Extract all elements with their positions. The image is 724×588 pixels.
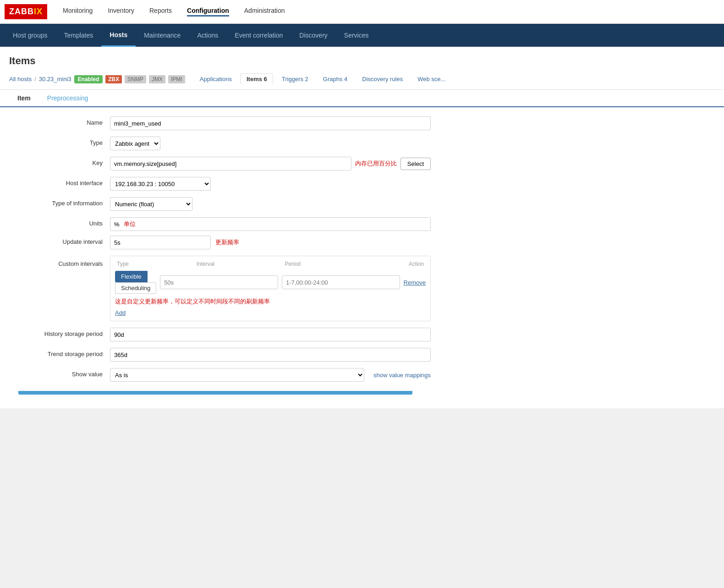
ci-row-1: FlexibleScheduling Remove [115,271,426,294]
key-select-button[interactable]: Select [400,158,431,170]
units-input[interactable] [110,217,431,231]
units-label: Units [18,217,110,227]
type-select[interactable]: Zabbix agent [110,137,160,150]
show-value-mappings-link[interactable]: show value mappings [373,372,431,379]
custom-intervals-row: Custom intervals Type Interval Period Ac… [18,256,706,321]
units-row: Units 单位 [18,217,706,229]
typeofinfo-row: Type of information Numeric (float) [18,197,706,211]
ci-col-period: Period [285,261,409,267]
key-row: Key 内存已用百分比 Select [18,157,706,170]
custom-intervals-control: Type Interval Period Action FlexibleSche… [110,256,431,321]
ci-col-type: Type [117,261,197,267]
typeofinfo-control: Numeric (float) [110,197,431,211]
breadcrumb-hostname[interactable]: 30.23_mini3 [39,76,71,82]
subnav-actions[interactable]: Actions [189,24,226,47]
subnav-hostgroups[interactable]: Host groups [5,24,55,47]
host-tab-graphs[interactable]: Graphs 4 [317,73,353,85]
host-interface-control: 192.168.30.23 : 10050 [110,177,431,191]
trend-storage-input[interactable] [110,348,431,362]
custom-intervals-label: Custom intervals [18,256,110,267]
key-label: Key [18,157,110,166]
show-value-control: As is show value mappings [110,368,431,382]
trend-storage-control [110,348,431,362]
bottom-teal-bar [18,391,412,395]
breadcrumb-allhosts[interactable]: All hosts [9,76,32,82]
ci-interval-input[interactable] [160,275,278,289]
top-nav-links: Monitoring Inventory Reports Configurati… [56,4,291,19]
trend-storage-label: Trend storage period [18,348,110,357]
badge-snmp: SNMP [125,75,146,83]
update-interval-row: Update interval 更新频率 [18,236,706,249]
update-interval-label: Update interval [18,236,110,245]
subnav-eventcorrelation[interactable]: Event correlation [226,24,291,47]
history-storage-control [110,328,431,341]
ci-period-input[interactable] [282,275,400,289]
key-annotation: 内存已用百分比 [355,159,397,168]
name-control [110,116,431,130]
tab-preprocessing[interactable]: Preprocessing [39,90,97,107]
subnav-hosts[interactable]: Hosts [101,24,136,47]
name-row: Name [18,116,706,130]
name-input[interactable] [110,116,431,130]
type-control: Zabbix agent [110,137,431,150]
ci-col-action: Action [409,261,424,267]
ci-header: Type Interval Period Action [115,261,426,267]
nav-reports[interactable]: Reports [143,4,178,19]
badge-ipmi: IPMI [168,75,185,83]
ci-annotation: 这是自定义更新频率，可以定义不同时间段不同的刷新频率 [115,297,426,306]
show-value-label: Show value [18,368,110,378]
item-tabs: Item Preprocessing [0,90,724,107]
typeofinfo-select[interactable]: Numeric (float) [110,197,192,211]
badge-zbx: ZBX [105,75,122,83]
trend-storage-row: Trend storage period [18,348,706,362]
status-badge-enabled: Enabled [74,75,103,83]
form-area: Name Type Zabbix agent Key 内存已用百分比 Selec… [0,107,724,408]
logo: ZABBIX [5,4,47,19]
history-storage-row: History storage period [18,328,706,341]
units-control: 单位 [110,217,431,229]
host-tab-triggers[interactable]: Triggers 2 [276,73,314,85]
subnav-discovery[interactable]: Discovery [291,24,335,47]
host-tab-applications[interactable]: Applications [194,73,238,85]
ci-col-interval: Interval [197,261,285,267]
subnav-templates[interactable]: Templates [55,24,101,47]
host-interface-select[interactable]: 192.168.30.23 : 10050 [110,177,211,191]
host-interface-label: Host interface [18,177,110,187]
btn-scheduling[interactable]: Scheduling [115,282,156,294]
history-storage-input[interactable] [110,328,431,341]
page-title-area: Items All hosts / 30.23_mini3 Enabled ZB… [0,47,724,90]
badge-jmx: JMX [149,75,165,83]
nav-monitoring[interactable]: Monitoring [56,4,99,19]
type-label: Type [18,137,110,146]
host-tab-websce[interactable]: Web sce... [411,73,451,85]
show-value-select[interactable]: As is [110,368,364,382]
nav-inventory[interactable]: Inventory [101,4,141,19]
ci-add-link[interactable]: Add [115,309,126,316]
btn-flexible[interactable]: Flexible [115,271,148,282]
key-input[interactable] [110,157,351,170]
tab-item[interactable]: Item [9,90,39,107]
update-interval-annotation: 更新频率 [215,238,239,247]
ci-remove-link[interactable]: Remove [404,279,426,286]
page-title: Items [9,55,715,67]
type-row: Type Zabbix agent [18,137,706,150]
typeofinfo-label: Type of information [18,197,110,207]
nav-configuration[interactable]: Configuration [181,4,236,19]
key-control: 内存已用百分比 Select [110,157,431,170]
subnav-services[interactable]: Services [336,24,377,47]
breadcrumb-bar: All hosts / 30.23_mini3 Enabled ZBX SNMP… [9,73,715,85]
name-label: Name [18,116,110,126]
update-interval-control: 更新频率 [110,236,431,249]
top-nav: ZABBIX Monitoring Inventory Reports Conf… [0,0,724,24]
breadcrumb-sep: / [34,76,36,82]
history-storage-label: History storage period [18,328,110,337]
update-interval-input[interactable] [110,236,211,249]
host-interface-row: Host interface 192.168.30.23 : 10050 [18,177,706,191]
host-tab-discovery[interactable]: Discovery rules [356,73,409,85]
nav-administration[interactable]: Administration [238,4,291,19]
host-tab-items[interactable]: Items 6 [241,73,273,85]
subnav-maintenance[interactable]: Maintenance [136,24,189,47]
show-value-row: Show value As is show value mappings [18,368,706,382]
sub-nav: Host groups Templates Hosts Maintenance … [0,24,724,47]
